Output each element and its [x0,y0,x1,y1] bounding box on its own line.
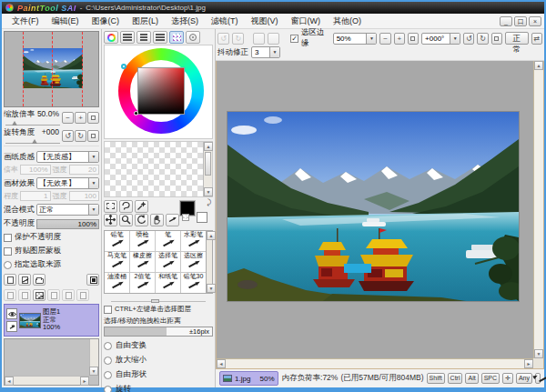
shift-key-button[interactable]: Shift [427,373,445,384]
canvas-zoom-reset-button[interactable] [408,33,419,45]
blend-mode-select[interactable]: 正常▼ [36,204,99,216]
drag-detect-slider[interactable]: ±16pix [104,327,213,337]
color-wheel[interactable] [104,45,213,139]
rotate-ccw-button[interactable]: ↺ [62,130,74,142]
chevron-down-icon[interactable]: ▼ [88,178,98,188]
scratchpad-view-button[interactable] [186,31,200,44]
swatches-view-button[interactable] [169,31,184,44]
menu-window[interactable]: 窗口(W) [285,14,328,29]
menu-image[interactable]: 图像(C) [86,14,126,29]
chevron-down-icon[interactable]: ▼ [88,152,98,162]
minimize-button[interactable]: _ [500,16,512,26]
layer-mask-button[interactable] [86,274,99,286]
menu-view[interactable]: 视图(V) [245,14,285,29]
menu-select[interactable]: 选择(S) [165,14,205,29]
scrollbar-thumb[interactable] [205,152,211,176]
brush-airbrush[interactable]: 喷枪 [130,231,155,251]
background-color-swatch[interactable] [197,212,207,223]
chevron-down-icon[interactable]: ▼ [269,47,279,57]
angle-reset-button[interactable] [87,130,99,142]
pen-mode-button[interactable] [535,373,541,384]
invert-selection-button[interactable] [268,33,279,45]
scroll-down-icon[interactable]: ▼ [204,187,213,196]
saturation-value-square[interactable] [137,67,185,115]
new-layer-button[interactable] [4,274,16,286]
scroll-up-icon[interactable]: ▲ [207,231,216,240]
move-tool[interactable] [104,214,117,226]
brush-marker[interactable]: 马克笔 [105,252,129,272]
normal-view-button[interactable]: 正常 [505,32,529,45]
sv-marker[interactable] [134,111,138,116]
canvas-angle-reset-button[interactable] [491,33,502,45]
selection-source-radio[interactable] [4,261,12,269]
brush-bucket[interactable]: 油漆桶 [105,273,129,293]
layer-visibility-toggle[interactable] [6,308,17,319]
space-key-button[interactable]: SPC [481,373,500,384]
canvas-zoom-select[interactable]: 50%▼ [333,33,378,45]
close-button[interactable]: × [529,16,541,26]
scroll-up-icon[interactable]: ▲ [534,61,543,70]
canvas-zoom-out-button[interactable]: − [379,33,390,45]
brush-watercolor[interactable]: 水彩笔 [181,231,206,251]
mixer-view-button[interactable] [153,31,167,44]
new-lineart-layer-button[interactable] [18,274,31,286]
free-transform-radio[interactable] [104,342,112,350]
zoom-out-button[interactable]: − [62,112,74,124]
layer-list-hscrollbar[interactable]: ◄ ► [5,376,89,385]
menu-filter[interactable]: 滤镜(T) [205,14,245,29]
rotate-radio[interactable] [104,386,112,392]
menu-layer[interactable]: 图层(L) [126,14,165,29]
zoom-slider[interactable] [5,120,60,126]
canvas-vscrollbar[interactable]: ▲ ▼ [533,61,543,358]
magic-wand-tool[interactable] [135,200,148,213]
any-key-button[interactable]: Any [516,373,532,384]
new-folder-button[interactable] [33,274,46,286]
canvas-zoom-in-button[interactable]: + [394,33,405,45]
scroll-down-icon[interactable]: ▼ [207,284,216,293]
canvas-viewport[interactable]: ▲ ▼ ◄ ► [216,61,544,369]
hsv-slider-view-button[interactable] [136,31,151,44]
free-shape-radio[interactable] [104,371,112,379]
layer-row-selected[interactable]: 图层1 正常 100% [4,304,99,337]
ctrl-key-button[interactable]: Ctrl [448,373,463,384]
lasso-tool[interactable] [119,200,133,213]
swap-colors-icon[interactable]: ⤸ [207,199,211,206]
canvas-image[interactable] [228,112,519,301]
scroll-up-icon[interactable]: ▲ [204,142,213,151]
brush-select-eraser[interactable]: 选区擦 [181,252,206,272]
brush-pencil30[interactable]: 铅笔30 [181,273,206,293]
zoom-tool[interactable] [119,214,133,226]
rotate-cw-button[interactable]: ↻ [75,130,86,142]
navigator-preview[interactable] [4,31,99,107]
redo-button[interactable]: ↻ [232,33,244,45]
ctrl-select-layer-checkbox[interactable] [104,306,112,314]
brush-pen[interactable]: 笔 [156,231,180,251]
zoom-reset-button[interactable] [87,112,99,124]
chevron-down-icon[interactable]: ▼ [88,205,98,215]
brush-select-pen[interactable]: 选择笔 [156,252,180,272]
scroll-down-icon[interactable]: ▼ [89,367,98,376]
clipping-mask-checkbox[interactable] [4,247,12,256]
scroll-left-icon[interactable]: ◄ [5,377,14,386]
rect-select-tool[interactable] [104,200,117,213]
scroll-right-icon[interactable]: ► [80,377,89,386]
scroll-right-icon[interactable]: ► [524,359,533,368]
canvas-hscrollbar[interactable]: ◄ ► [217,358,533,368]
protect-opacity-checkbox[interactable] [4,234,12,242]
brush-binary-pen[interactable]: 2值笔 [130,273,155,293]
hand-tool[interactable] [150,214,164,226]
chevron-down-icon[interactable]: ▼ [366,34,376,44]
menu-edit[interactable]: 编辑(E) [46,14,86,29]
deselect-button[interactable] [253,33,265,45]
scale-radio[interactable] [104,357,112,365]
alt-key-button[interactable]: Alt [465,373,478,384]
rotate-view-tool[interactable] [135,214,148,226]
layer-edit-toggle[interactable] [6,321,17,332]
paste-layer-button[interactable] [76,289,89,301]
brush-pencil[interactable]: 铅笔 [105,231,129,251]
transfer-down-button[interactable] [18,289,31,301]
canvas-rotate-cw-button[interactable]: ↻ [477,33,488,45]
brush-paper-pen[interactable]: 和纸笔 [156,273,180,293]
stabilizer-select[interactable]: 3▼ [251,46,280,58]
swatches-scrollbar[interactable]: ▲ ▼ [203,142,212,196]
